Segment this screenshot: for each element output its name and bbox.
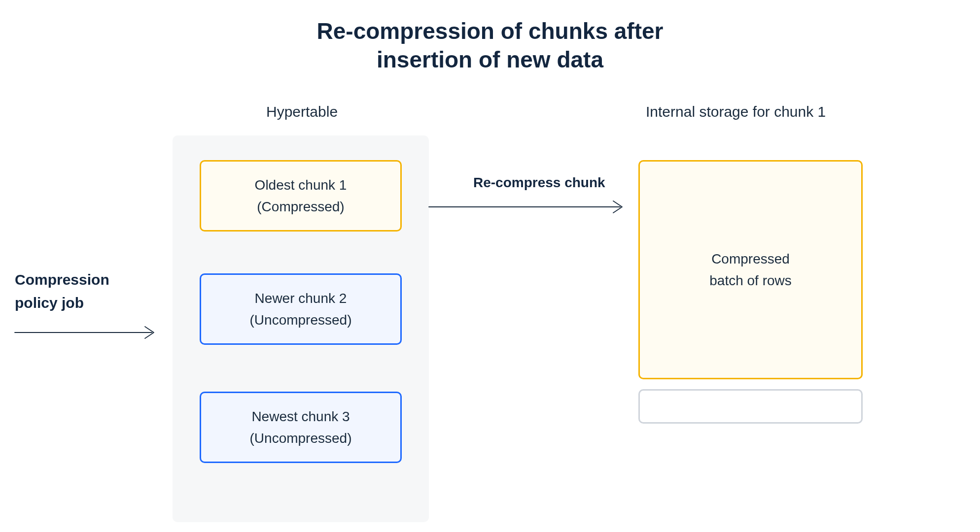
chunk-3-title: Newest chunk 3 — [251, 406, 350, 427]
diagram-title: Re-compression of chunks after insertion… — [0, 17, 980, 74]
chunk-2-uncompressed: Newer chunk 2 (Uncompressed) — [200, 273, 402, 345]
storage-compressed-batch: Compressed batch of rows — [638, 160, 863, 379]
hypertable-column-label: Hypertable — [266, 103, 338, 120]
storage-column-label: Internal storage for chunk 1 — [646, 103, 826, 120]
chunk-2-title: Newer chunk 2 — [255, 288, 347, 309]
storage-box-line-1: Compressed — [711, 248, 790, 269]
policy-label-line-2: policy job — [15, 295, 84, 311]
storage-empty-slot — [638, 389, 863, 424]
chunk-1-title: Oldest chunk 1 — [255, 174, 347, 196]
chunk-1-status: (Compressed) — [257, 196, 344, 217]
storage-box-line-2: batch of rows — [709, 270, 792, 291]
title-line-2: insertion of new data — [377, 47, 603, 72]
arrow-recompress-chunk — [429, 197, 626, 217]
policy-label-line-1: Compression — [15, 271, 109, 288]
recompress-arrow-label: Re-compress chunk — [473, 175, 605, 191]
chunk-2-status: (Uncompressed) — [250, 309, 352, 331]
compression-policy-label: Compression policy job — [15, 268, 109, 314]
chunk-3-status: (Uncompressed) — [250, 428, 352, 449]
chunk-3-uncompressed: Newest chunk 3 (Uncompressed) — [200, 392, 402, 463]
title-line-1: Re-compression of chunks after — [317, 18, 664, 44]
arrow-policy-to-hypertable — [15, 323, 158, 342]
chunk-1-compressed: Oldest chunk 1 (Compressed) — [200, 160, 402, 232]
